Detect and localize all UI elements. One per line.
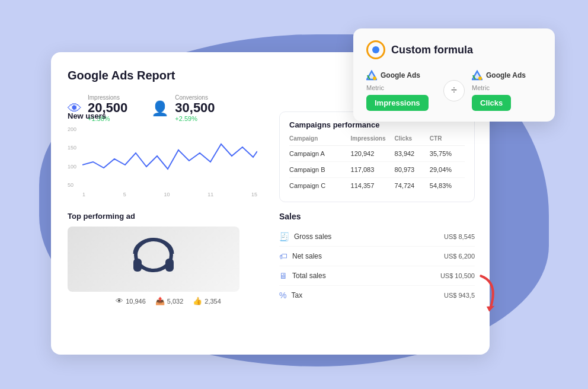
total-label: Total sales bbox=[292, 272, 326, 280]
google-ads-logo-1 bbox=[366, 70, 377, 81]
net-value: US$ 6,200 bbox=[444, 253, 475, 260]
google-ads-text-1: Google Ads bbox=[381, 71, 420, 79]
formula-title: Custom formula bbox=[391, 44, 473, 56]
col-campaign: Campaign bbox=[289, 135, 351, 142]
ad-clicks-value: 5,032 bbox=[167, 298, 184, 305]
total-value: US$ 10,500 bbox=[440, 272, 475, 279]
sales-tax: % Tax US$ 943,5 bbox=[279, 286, 475, 305]
new-users-title: New users bbox=[68, 111, 269, 120]
total-icon: 🖥 bbox=[279, 271, 287, 280]
sales-net: 🏷 Net sales US$ 6,200 bbox=[279, 247, 475, 266]
ad-views-value: 10,946 bbox=[126, 298, 146, 305]
svg-point-5 bbox=[373, 76, 376, 80]
ad-image bbox=[68, 227, 239, 292]
metric-label-1: Metric bbox=[366, 84, 436, 91]
metric-label-2: Metric bbox=[472, 84, 542, 91]
col-impressions: Impressions bbox=[351, 135, 395, 142]
formula-icon-inner bbox=[372, 46, 379, 53]
formula-source1: Google Ads Metric Impressions bbox=[366, 70, 436, 111]
chart-y-labels: 200 150 100 50 bbox=[68, 126, 76, 188]
tax-icon: % bbox=[279, 291, 286, 300]
table-row: Campaign C 114,357 74,724 54,83% bbox=[289, 178, 465, 193]
net-icon: 🏷 bbox=[279, 251, 287, 261]
clicks-icon: 📤 bbox=[155, 296, 165, 305]
views-icon: 👁 bbox=[116, 296, 123, 305]
campaigns-box: Campaigns performance Campaign Impressio… bbox=[279, 111, 475, 202]
campaigns-title: Campaigns performance bbox=[289, 120, 465, 129]
gross-value: US$ 8,545 bbox=[444, 233, 475, 240]
formula-source2: Google Ads Metric Clicks bbox=[472, 70, 542, 111]
clicks-pill: Clicks bbox=[472, 95, 511, 111]
svg-marker-9 bbox=[485, 302, 494, 313]
ad-likes-value: 2,354 bbox=[204, 298, 221, 305]
sales-total: 🖥 Total sales US$ 10,500 bbox=[279, 266, 475, 286]
sales-gross: 🧾 Gross sales US$ 8,545 bbox=[279, 227, 475, 247]
google-ads-badge-2: Google Ads bbox=[472, 70, 542, 81]
ad-stats: 👁 10,946 📤 5,032 👍 2,354 bbox=[68, 296, 269, 305]
chart-x-labels: 1 5 10 11 15 bbox=[82, 192, 257, 197]
formula-icon bbox=[366, 40, 385, 59]
table-row: Campaign B 117,083 80,973 29,04% bbox=[289, 162, 465, 178]
table-row: Campaign A 120,942 83,942 35,75% bbox=[289, 146, 465, 162]
google-ads-badge-1: Google Ads bbox=[366, 70, 436, 81]
divide-operator: ÷ bbox=[443, 80, 465, 101]
tax-label: Tax bbox=[291, 291, 302, 299]
svg-rect-1 bbox=[133, 259, 142, 272]
scene: Google Ads Report 👁 Impressions 20,500 +… bbox=[27, 17, 561, 372]
table-header: Campaign Impressions Clicks CTR bbox=[289, 135, 465, 146]
line-chart bbox=[82, 126, 257, 186]
left-section: New users 200 150 100 50 1 5 10 11 15 bbox=[68, 111, 269, 305]
formula-row: Google Ads Metric Impressions ÷ Google A… bbox=[366, 70, 542, 111]
google-ads-text-2: Google Ads bbox=[486, 71, 526, 79]
google-ads-logo-2 bbox=[472, 70, 482, 81]
right-section: Campaigns performance Campaign Impressio… bbox=[279, 111, 475, 305]
ad-clicks-stat: 📤 5,032 bbox=[155, 296, 184, 305]
impressions-pill: Impressions bbox=[366, 95, 429, 111]
ad-section: Top performing ad 👁 10,946 bbox=[68, 212, 269, 305]
headphones-svg bbox=[124, 232, 183, 286]
col-ctr: CTR bbox=[430, 135, 465, 142]
svg-point-8 bbox=[478, 76, 482, 80]
likes-icon: 👍 bbox=[193, 296, 202, 305]
formula-card: Custom formula Google Ads Metric Impress… bbox=[353, 28, 555, 122]
formula-header: Custom formula bbox=[366, 40, 542, 59]
chart-area: 200 150 100 50 1 5 10 11 15 bbox=[68, 126, 257, 197]
net-label: Net sales bbox=[292, 252, 322, 260]
gross-label: Gross sales bbox=[294, 232, 331, 241]
col-clicks: Clicks bbox=[395, 135, 430, 142]
sales-gross-left: 🧾 Gross sales bbox=[279, 232, 331, 241]
gross-icon: 🧾 bbox=[279, 232, 289, 241]
sales-total-left: 🖥 Total sales bbox=[279, 271, 326, 280]
top-ad-title: Top performing ad bbox=[68, 212, 269, 221]
sales-tax-left: % Tax bbox=[279, 291, 302, 300]
ad-views-stat: 👁 10,946 bbox=[116, 296, 146, 305]
sales-title: Sales bbox=[279, 212, 475, 221]
sales-net-left: 🏷 Net sales bbox=[279, 251, 322, 261]
sales-section: Sales 🧾 Gross sales US$ 8,545 🏷 Net sale… bbox=[279, 212, 475, 305]
svg-rect-2 bbox=[165, 259, 174, 272]
ad-likes-stat: 👍 2,354 bbox=[193, 296, 221, 305]
